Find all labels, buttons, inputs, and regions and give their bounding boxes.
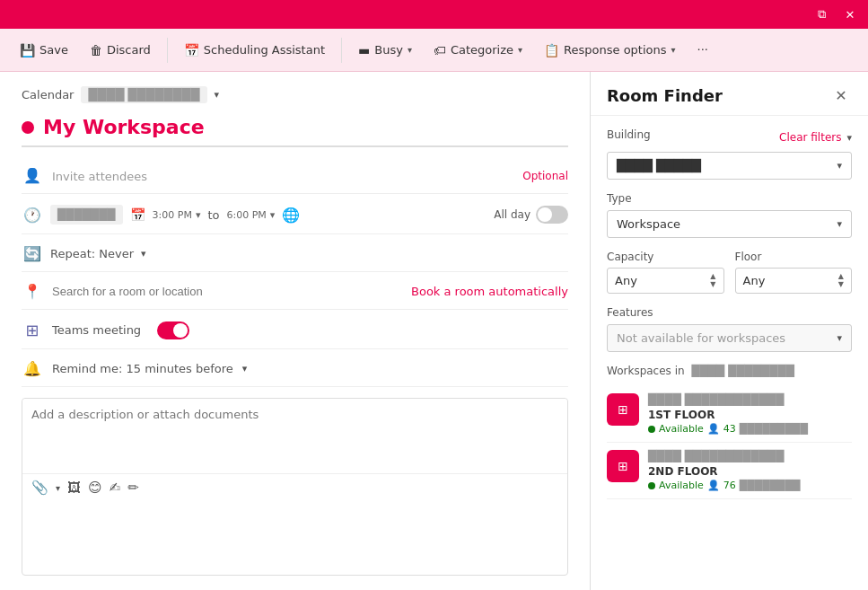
attendees-content: Invite attendees — [52, 169, 513, 183]
main-area: Calendar ████ ████████ ▾ My Workspace 👤 … — [0, 72, 868, 590]
book-room-link[interactable]: Book a room automatically — [411, 285, 568, 298]
attach-icon[interactable]: 📎 — [31, 480, 48, 496]
calendar-icon[interactable]: 📅 — [130, 207, 145, 222]
end-time-field[interactable]: 6:00 PM ▾ — [227, 209, 276, 221]
floor-field[interactable]: Any ▲ ▼ — [735, 268, 853, 294]
save-label: Save — [39, 43, 68, 57]
scheduling-button[interactable]: 📅 Scheduling Assistant — [175, 38, 334, 63]
event-title-text[interactable]: My Workspace — [43, 116, 568, 138]
workspaces-location: ████ ████████ — [691, 365, 794, 377]
attendees-placeholder[interactable]: Invite attendees — [52, 170, 147, 183]
categorize-chevron: ▾ — [518, 45, 522, 55]
clear-filters-button[interactable]: Clear filters — [779, 131, 841, 144]
workspace-avatar-1: ⊞ — [607, 393, 639, 426]
to-label: to — [207, 208, 219, 222]
workspace-item-2[interactable]: ⊞ ████ ████████████ 2ND FLOOR Available … — [607, 443, 852, 499]
restore-button[interactable]: ⧉ — [811, 4, 832, 25]
end-time-chevron: ▾ — [270, 209, 276, 221]
workspace-name-blurred-2: ████ ████████████ — [648, 450, 784, 462]
avail-dot-1 — [648, 426, 655, 433]
calendar-chevron[interactable]: ▾ — [215, 89, 220, 101]
location-row: 📍 Book a room automatically — [22, 274, 568, 310]
capacity-label: Capacity — [607, 251, 724, 263]
workspace-name-row-2: ████ ████████████ — [648, 450, 852, 462]
features-section: Features Not available for workspaces ▾ — [607, 306, 852, 352]
repeat-label: Repeat: Never — [50, 247, 134, 260]
type-label: Type — [607, 192, 852, 205]
busy-button[interactable]: ▬ Busy ▾ — [349, 38, 421, 63]
attach-chevron[interactable]: ▾ — [56, 483, 60, 493]
allday-toggle[interactable] — [536, 206, 568, 224]
features-dropdown[interactable]: Not available for workspaces ▾ — [607, 324, 852, 352]
attendees-icon: 👤 — [22, 167, 43, 184]
workspace-avatar-2: ⊞ — [607, 450, 639, 482]
building-value: ████ █████ — [617, 159, 701, 172]
features-chevron: ▾ — [837, 332, 842, 344]
floor-label: Floor — [735, 251, 853, 263]
room-finder-title: Room Finder — [607, 86, 723, 105]
description-area: 📎 ▾ 🖼 😊 ✍ ✏️ — [22, 398, 568, 576]
emoji-icon[interactable]: 😊 — [88, 480, 102, 496]
reminder-chevron[interactable]: ▾ — [242, 363, 248, 374]
scheduling-label: Scheduling Assistant — [204, 43, 325, 57]
more-button[interactable]: ··· — [688, 38, 717, 62]
end-time-value: 6:00 PM — [227, 209, 267, 221]
capacity-spinner[interactable]: ▲ ▼ — [710, 273, 715, 288]
response-chevron: ▾ — [671, 45, 676, 55]
workspace-info-2: ████ ████████████ 2ND FLOOR Available 👤 … — [648, 450, 852, 491]
floor-down[interactable]: ▼ — [838, 281, 844, 288]
type-section: Type Workspace ▾ — [607, 192, 852, 238]
save-icon: 💾 — [20, 43, 35, 57]
workspace-item-1[interactable]: ⊞ ████ ████████████ 1ST FLOOR Available … — [607, 386, 852, 443]
title-bar: ⧉ ✕ — [0, 0, 868, 29]
workspaces-section: Workspaces in ████ ████████ ⊞ ████ █████… — [607, 365, 852, 499]
reminder-value[interactable]: 15 minutes before — [127, 362, 233, 375]
workspace-extra-2: ████████ — [740, 480, 801, 491]
discard-label: Discard — [107, 43, 151, 57]
room-finder-body: Building Clear filters ▾ ████ █████ ▾ Ty… — [591, 116, 868, 512]
repeat-row: 🔄 Repeat: Never ▾ — [22, 236, 568, 272]
categorize-icon: 🏷 — [434, 43, 446, 57]
clock-icon: 🕐 — [22, 207, 43, 224]
close-button[interactable]: ✕ — [839, 4, 861, 25]
description-toolbar: 📎 ▾ 🖼 😊 ✍ ✏️ — [22, 473, 567, 501]
type-value: Workspace — [617, 217, 680, 231]
save-button[interactable]: 💾 Save — [11, 38, 77, 63]
teams-toggle[interactable] — [157, 321, 189, 339]
workspace-capacity-2: 76 — [723, 480, 736, 491]
capacity-down[interactable]: ▼ — [710, 281, 715, 288]
response-icon: 📋 — [544, 43, 559, 57]
response-button[interactable]: 📋 Response options ▾ — [535, 38, 684, 63]
categorize-button[interactable]: 🏷 Categorize ▾ — [425, 38, 531, 63]
event-dot — [22, 121, 34, 134]
building-dropdown[interactable]: ████ █████ ▾ — [607, 152, 852, 180]
capacity-col: Capacity Any ▲ ▼ — [607, 251, 724, 294]
discard-button[interactable]: 🗑 Discard — [81, 38, 160, 63]
date-field[interactable]: ███████ — [50, 205, 123, 225]
start-time-field[interactable]: 3:00 PM ▾ — [153, 209, 201, 221]
floor-up[interactable]: ▲ — [838, 273, 844, 280]
timezone-icon: 🌐 — [282, 207, 300, 224]
description-input[interactable] — [22, 399, 567, 471]
room-finder-close-button[interactable]: ✕ — [830, 84, 852, 106]
room-finder-header: Room Finder ✕ — [591, 72, 868, 116]
workspace-floor-1: 1ST FLOOR — [648, 409, 852, 421]
type-dropdown[interactable]: Workspace ▾ — [607, 210, 852, 238]
workspace-info-1: ████ ████████████ 1ST FLOOR Available 👤 … — [648, 393, 852, 435]
datetime-row: 🕐 ███████ 📅 3:00 PM ▾ to 6:00 PM ▾ 🌐 All… — [22, 196, 568, 234]
teams-label: Teams meeting — [52, 323, 141, 337]
signature-icon[interactable]: ✍ — [110, 480, 121, 496]
capacity-field[interactable]: Any ▲ ▼ — [607, 268, 724, 294]
location-input[interactable] — [52, 285, 402, 298]
repeat-chevron[interactable]: ▾ — [141, 248, 146, 260]
toolbar-separator — [167, 38, 168, 63]
image-icon[interactable]: 🖼 — [67, 480, 81, 496]
capacity-up[interactable]: ▲ — [710, 273, 715, 280]
teams-row: ⊞ Teams meeting — [22, 312, 568, 349]
draw-icon[interactable]: ✏️ — [127, 480, 139, 496]
floor-value: Any — [743, 274, 766, 287]
teams-icon: ⊞ — [22, 321, 43, 339]
floor-spinner[interactable]: ▲ ▼ — [838, 273, 844, 288]
busy-chevron: ▾ — [408, 45, 412, 55]
calendar-row: Calendar ████ ████████ ▾ — [22, 86, 568, 103]
